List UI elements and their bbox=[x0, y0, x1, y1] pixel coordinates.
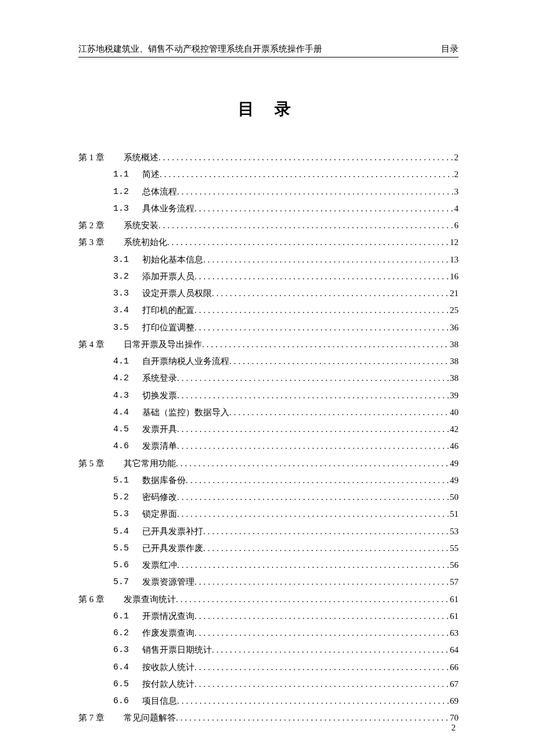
toc-label: 其它常用功能 bbox=[124, 455, 176, 472]
toc-page-num: 55 bbox=[449, 540, 459, 557]
toc-label: 数据库备份 bbox=[142, 472, 186, 489]
toc-page-num: 51 bbox=[449, 506, 459, 523]
toc-leader-dots bbox=[158, 217, 453, 234]
toc-chapter-num: 第 4 章 bbox=[78, 336, 124, 353]
toc-section-num: 4.4 bbox=[113, 404, 142, 421]
toc-section-num: 3.1 bbox=[113, 251, 142, 268]
toc-page-num: 2 bbox=[453, 149, 459, 166]
toc-label: 打印位置调整 bbox=[142, 319, 194, 336]
toc-label: 系统概述 bbox=[124, 149, 158, 166]
toc-row: 5.2密码修改50 bbox=[78, 489, 459, 506]
toc-section-num: 5.3 bbox=[113, 506, 142, 523]
toc-page-num: 2 bbox=[453, 166, 459, 183]
toc-row: 6.3销售开票日期统计64 bbox=[78, 642, 459, 658]
toc-row: 1.2总体流程3 bbox=[78, 183, 459, 200]
toc-leader-dots bbox=[194, 302, 449, 319]
toc-row: 1.3具体业务流程4 bbox=[78, 200, 459, 217]
toc-page-num: 67 bbox=[449, 676, 459, 693]
toc-section-num: 4.3 bbox=[113, 387, 142, 404]
toc-page-num: 36 bbox=[449, 319, 459, 336]
toc-title: 目 录 bbox=[78, 98, 459, 120]
toc-label: 密码修改 bbox=[142, 489, 177, 506]
toc-page-num: 12 bbox=[449, 234, 459, 251]
toc-section-num: 6.4 bbox=[113, 659, 142, 676]
toc-leader-dots bbox=[167, 234, 449, 251]
toc-page-num: 64 bbox=[449, 642, 459, 658]
toc-leader-dots bbox=[176, 455, 449, 472]
toc-chapter-num: 第 2 章 bbox=[78, 217, 124, 234]
toc-section-num: 3.4 bbox=[113, 302, 142, 319]
toc-row: 第 5 章其它常用功能49 bbox=[78, 455, 459, 472]
toc-row: 3.5打印位置调整36 bbox=[78, 319, 459, 336]
header-right: 目录 bbox=[441, 44, 459, 55]
toc-label: 开票情况查询 bbox=[142, 608, 194, 625]
toc-page-num: 16 bbox=[449, 268, 459, 285]
toc-page-num: 25 bbox=[449, 302, 459, 319]
toc-row: 3.3设定开票人员权限21 bbox=[78, 285, 459, 302]
toc-leader-dots bbox=[160, 166, 453, 183]
toc-row: 3.1初始化基本信息13 bbox=[78, 251, 459, 268]
toc-page-num: 38 bbox=[449, 353, 459, 370]
toc-page-num: 61 bbox=[449, 591, 459, 608]
toc-section-num: 5.6 bbox=[113, 557, 142, 574]
toc-page-num: 57 bbox=[449, 574, 459, 591]
toc-row: 第 4 章日常开票及导出操作38 bbox=[78, 336, 459, 353]
toc-leader-dots bbox=[158, 149, 453, 166]
toc-leader-dots bbox=[194, 574, 449, 591]
toc-label: 简述 bbox=[142, 166, 160, 183]
toc-leader-dots bbox=[202, 336, 449, 353]
toc-section-num: 3.5 bbox=[113, 319, 142, 336]
toc-page-num: 61 bbox=[449, 608, 459, 625]
toc-row: 5.7发票资源管理57 bbox=[78, 574, 459, 591]
toc-section-num: 4.6 bbox=[113, 438, 142, 455]
toc-leader-dots bbox=[177, 489, 449, 506]
toc-row: 4.2系统登录38 bbox=[78, 370, 459, 387]
toc-row: 4.5发票开具42 bbox=[78, 421, 459, 438]
toc-list: 第 1 章系统概述21.1简述21.2总体流程31.3具体业务流程4第 2 章系… bbox=[78, 149, 459, 727]
toc-page-num: 6 bbox=[453, 217, 459, 234]
toc-row: 4.6发票清单46 bbox=[78, 438, 459, 455]
toc-leader-dots bbox=[194, 608, 449, 625]
toc-label: 发票红冲 bbox=[142, 557, 177, 574]
toc-leader-dots bbox=[194, 659, 449, 676]
toc-chapter-num: 第 6 章 bbox=[78, 591, 124, 608]
toc-section-num: 5.7 bbox=[113, 574, 142, 591]
toc-page-num: 49 bbox=[449, 472, 459, 489]
toc-leader-dots bbox=[177, 438, 449, 455]
toc-page-num: 38 bbox=[449, 370, 459, 387]
toc-row: 5.6发票红冲56 bbox=[78, 557, 459, 574]
toc-chapter-num: 第 1 章 bbox=[78, 149, 124, 166]
toc-section-num: 6.1 bbox=[113, 608, 142, 625]
toc-page-num: 39 bbox=[449, 387, 459, 404]
toc-leader-dots bbox=[177, 387, 449, 404]
toc-section-num: 6.3 bbox=[113, 642, 142, 658]
toc-label: 按收款人统计 bbox=[142, 659, 194, 676]
toc-leader-dots bbox=[177, 557, 449, 574]
toc-section-num: 5.1 bbox=[113, 472, 142, 489]
toc-label: 切换发票 bbox=[142, 387, 177, 404]
toc-row: 5.4已开具发票补打53 bbox=[78, 523, 459, 540]
toc-label: 发票清单 bbox=[142, 438, 177, 455]
toc-label: 已开具发票作废 bbox=[142, 540, 203, 557]
toc-label: 按付款人统计 bbox=[142, 676, 194, 693]
toc-label: 初始化基本信息 bbox=[142, 251, 203, 268]
toc-section-num: 1.1 bbox=[113, 166, 142, 183]
toc-section-num: 5.2 bbox=[113, 489, 142, 506]
toc-leader-dots bbox=[186, 472, 449, 489]
toc-section-num: 6.6 bbox=[113, 693, 142, 710]
toc-page-num: 4 bbox=[453, 200, 459, 217]
toc-label: 设定开票人员权限 bbox=[142, 285, 212, 302]
toc-section-num: 5.4 bbox=[113, 523, 142, 540]
toc-leader-dots bbox=[194, 200, 453, 217]
toc-row: 第 1 章系统概述2 bbox=[78, 149, 459, 166]
toc-page-num: 42 bbox=[449, 421, 459, 438]
toc-leader-dots bbox=[203, 540, 449, 557]
toc-section-num: 6.5 bbox=[113, 676, 142, 693]
toc-leader-dots bbox=[194, 268, 449, 285]
toc-section-num: 3.3 bbox=[113, 285, 142, 302]
toc-row: 5.1数据库备份49 bbox=[78, 472, 459, 489]
toc-row: 6.1开票情况查询61 bbox=[78, 608, 459, 625]
toc-section-num: 6.2 bbox=[113, 625, 142, 642]
toc-page-num: 50 bbox=[449, 489, 459, 506]
toc-leader-dots bbox=[194, 625, 449, 642]
